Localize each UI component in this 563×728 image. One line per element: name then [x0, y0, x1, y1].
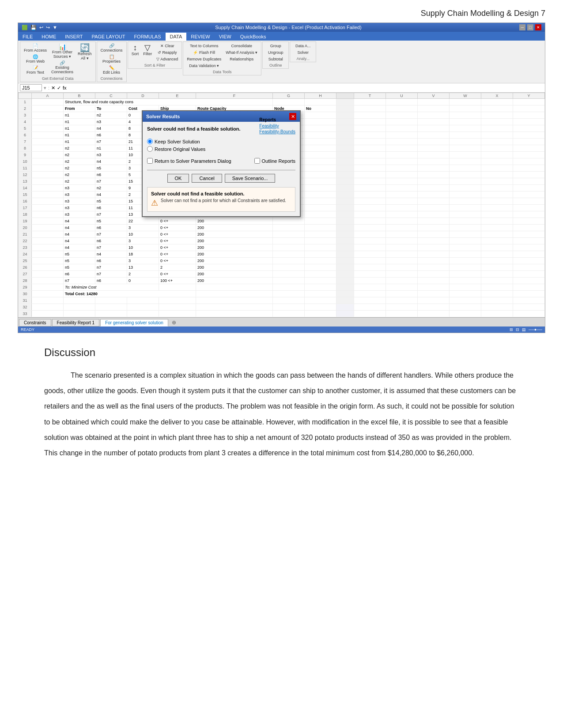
- col-header-x[interactable]: X: [481, 93, 513, 99]
- col-header-y[interactable]: Y: [513, 93, 544, 99]
- col-header-w[interactable]: W: [449, 93, 481, 99]
- col-header-t[interactable]: T: [354, 93, 385, 99]
- dialog-reports: Reports Feasibility Feasibility-Bounds: [259, 117, 295, 135]
- maximize-button[interactable]: □: [527, 24, 533, 30]
- radio-keep-solver[interactable]: Keep Solver Solution: [147, 139, 295, 144]
- quick-access-menu[interactable]: ▼: [53, 25, 57, 30]
- btn-remove-duplicates[interactable]: Remove Duplicates: [185, 56, 223, 62]
- sheet-tab-solver-solution[interactable]: For generating solver solution: [100, 319, 168, 326]
- checkbox-return-to-solver[interactable]: Return to Solver Parameters Dialog: [147, 158, 231, 164]
- dialog-error-title: Solver could not find a feasible solutio…: [151, 191, 291, 196]
- radio-keep-solver-input[interactable]: [147, 139, 153, 144]
- col-header-u[interactable]: U: [385, 93, 417, 99]
- row-num: 19: [19, 218, 32, 225]
- btn-advanced[interactable]: ▽ Advanced: [155, 56, 180, 62]
- dialog-title: Solver Results: [146, 114, 180, 119]
- minimize-button[interactable]: ─: [519, 24, 525, 30]
- table-row: 27n6n720 <+200: [19, 271, 545, 278]
- tab-file[interactable]: FILE: [18, 33, 37, 41]
- col-header-e[interactable]: E: [159, 93, 196, 99]
- btn-data-validation[interactable]: Data Validation ▾: [185, 63, 223, 69]
- row-num: 11: [19, 165, 32, 172]
- btn-edit-links[interactable]: ✏️Edit Links: [99, 65, 125, 75]
- row-num: 15: [19, 191, 32, 198]
- discussion-heading: Discussion: [44, 346, 519, 359]
- checkbox-outline-input[interactable]: [254, 158, 260, 164]
- btn-ungroup[interactable]: Ungroup: [266, 49, 285, 56]
- btn-refresh-all[interactable]: 🔄RefreshAll ▾: [76, 43, 94, 61]
- btn-relationships[interactable]: Relationships: [224, 56, 259, 62]
- btn-flash-fill[interactable]: ⚡ Flash Fill: [185, 49, 223, 56]
- btn-data-analysis[interactable]: Data A...: [294, 43, 313, 49]
- btn-solver[interactable]: Solver: [294, 49, 313, 56]
- tab-review[interactable]: REVIEW: [186, 33, 214, 41]
- btn-clear[interactable]: ✕ Clear: [155, 43, 180, 49]
- btn-cancel[interactable]: Cancel: [192, 174, 222, 183]
- title-bar-controls: ─ □ ✕: [519, 24, 541, 30]
- row-num: 23: [19, 244, 32, 251]
- formula-input[interactable]: [68, 85, 543, 91]
- sheet-tab-feasibility[interactable]: Feasibility Report 1: [52, 319, 100, 326]
- col-header-c[interactable]: C: [95, 93, 127, 99]
- quick-access-undo[interactable]: ↩: [39, 25, 43, 30]
- row-num: 3: [19, 112, 32, 119]
- checkbox-return-input[interactable]: [147, 158, 153, 164]
- page-layout-view-icon[interactable]: ⊟: [516, 327, 519, 332]
- tab-home[interactable]: HOME: [37, 33, 60, 41]
- tab-data[interactable]: DATA: [166, 33, 187, 41]
- cancel-icon[interactable]: ✕: [51, 85, 55, 91]
- btn-group[interactable]: Group: [266, 43, 285, 49]
- col-header-d[interactable]: D: [127, 93, 159, 99]
- btn-reapply[interactable]: ↺ Reapply: [155, 49, 180, 56]
- btn-what-if-analysis[interactable]: What-If Analysis ▾: [224, 49, 259, 56]
- tab-quickbooks[interactable]: QuickBooks: [236, 33, 271, 41]
- normal-view-icon[interactable]: ⊞: [510, 327, 513, 332]
- btn-text-to-columns[interactable]: Text to Columns: [185, 43, 223, 49]
- btn-from-text[interactable]: 📝From Text: [22, 65, 49, 75]
- report-feasibility-bounds[interactable]: Feasibility-Bounds: [259, 129, 295, 134]
- col-header-g[interactable]: G: [273, 93, 305, 99]
- discussion-body: The scenario presented is a complex situ…: [44, 368, 519, 461]
- sheet-tab-constraints[interactable]: Constraints: [19, 319, 51, 326]
- cell-name-box[interactable]: [20, 84, 42, 91]
- col-header-a[interactable]: A: [32, 93, 64, 99]
- tab-view[interactable]: VIEW: [215, 33, 236, 41]
- checkbox-outline-reports[interactable]: Outline Reports: [254, 158, 295, 164]
- row-num: 25: [19, 258, 32, 264]
- row-num: 5: [19, 125, 32, 132]
- tab-insert[interactable]: INSERT: [60, 33, 87, 41]
- btn-existing-connections[interactable]: 🔗ExistingConnections: [49, 60, 75, 75]
- btn-ok[interactable]: OK: [167, 174, 189, 183]
- btn-subtotal[interactable]: Subtotal: [266, 56, 285, 62]
- col-header-h[interactable]: H: [305, 93, 336, 99]
- table-row: 22n4n630 <+200: [19, 238, 545, 244]
- quick-access-redo[interactable]: ↪: [46, 25, 50, 30]
- excel-window: 🟩 💾 ↩ ↪ ▼ Supply Chain Modelling & Desig…: [18, 23, 545, 333]
- tab-formulas[interactable]: FORMULAS: [129, 33, 165, 41]
- btn-properties[interactable]: 📋Properties: [99, 54, 125, 64]
- btn-filter[interactable]: ▽Filter: [141, 43, 154, 62]
- btn-save-scenario[interactable]: Save Scenario...: [225, 174, 276, 183]
- col-header-f[interactable]: F: [196, 93, 273, 99]
- page-break-view-icon[interactable]: ▤: [522, 327, 526, 332]
- close-button[interactable]: ✕: [535, 24, 541, 30]
- col-header-v[interactable]: V: [417, 93, 449, 99]
- btn-from-access[interactable]: 📄From Access: [22, 43, 49, 53]
- add-sheet-button[interactable]: ⊕: [169, 319, 179, 326]
- row-num: 21: [19, 231, 32, 238]
- tab-page-layout[interactable]: PAGE LAYOUT: [87, 33, 129, 41]
- zoom-slider[interactable]: ──●──: [529, 327, 542, 332]
- col-header-b[interactable]: B: [63, 93, 95, 99]
- btn-from-other-sources[interactable]: 📊From OtherSources ▾: [49, 43, 75, 60]
- radio-restore-input[interactable]: [147, 146, 153, 152]
- report-feasibility[interactable]: Feasibility: [259, 124, 295, 128]
- radio-restore-original[interactable]: Restore Original Values: [147, 146, 295, 152]
- btn-sort[interactable]: ↕Sort: [130, 43, 141, 62]
- group-analyze-label: Analy...: [297, 56, 310, 61]
- btn-consolidate[interactable]: Consolidate: [224, 43, 259, 49]
- btn-connections[interactable]: 🔗Connections: [99, 43, 125, 53]
- function-icon[interactable]: fx: [63, 85, 67, 90]
- confirm-icon[interactable]: ✓: [57, 85, 61, 91]
- btn-from-web[interactable]: 🌐From Web: [22, 54, 49, 64]
- quick-access-save[interactable]: 💾: [30, 25, 37, 30]
